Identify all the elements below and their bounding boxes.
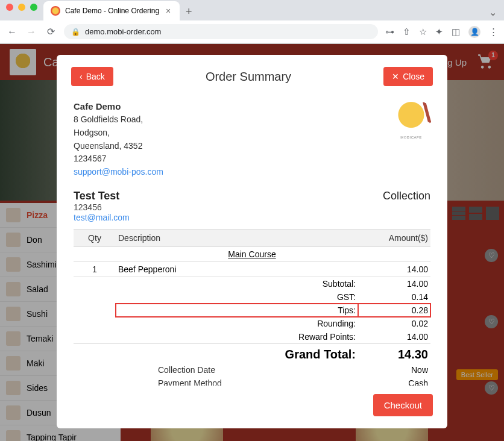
reward-label: Reward Points: xyxy=(116,330,358,344)
customer-info: Test Test 123456 test@mail.com xyxy=(74,190,130,223)
hdr-amt: Amount($) xyxy=(358,229,430,246)
table-header-row: Qty Description Amount($) xyxy=(74,229,430,246)
hdr-qty: Qty xyxy=(74,229,116,246)
tabs-dropdown-icon[interactable]: ⌄ xyxy=(482,4,504,20)
grand-value: 14.30 xyxy=(358,343,430,363)
close-button[interactable]: ✕ Close xyxy=(383,67,433,86)
page: Ca ng Up 1 PizzaDonSashimiSaladSushiTema… xyxy=(0,44,504,441)
tips-label: Tips: xyxy=(116,304,358,317)
gst-label: GST: xyxy=(116,290,358,304)
collection-date-value: Now xyxy=(358,363,430,377)
key-icon[interactable]: ⊶ xyxy=(385,27,394,37)
grand-label: Grand Total: xyxy=(116,343,358,363)
toolbar-icons: ⊶ ⇧ ☆ ✦ ◫ 👤 ⋮ xyxy=(385,26,498,38)
vendor-info: Cafe Demo 8 Goldfields Road, Hodgson, Qu… xyxy=(74,99,163,179)
line-item-row: 1 Beef Pepperoni 14.00 xyxy=(74,261,430,277)
browser-chrome: Cafe Demo - Online Ordering × + ⌄ ← → ⟳ … xyxy=(0,0,504,44)
browser-tab[interactable]: Cafe Demo - Online Ordering × xyxy=(43,1,180,20)
collection-date-row: Collection Date Now xyxy=(74,363,430,377)
window-minimize[interactable] xyxy=(18,4,25,11)
order-summary-modal: ‹ Back Order Summary ✕ Close Cafe Demo 8… xyxy=(57,55,447,428)
subtotal-value: 14.00 xyxy=(358,277,430,290)
summary-body: Cafe Demo 8 Goldfields Road, Hodgson, Qu… xyxy=(71,93,433,386)
close-label: Close xyxy=(403,72,424,81)
close-icon: ✕ xyxy=(392,72,399,81)
gst-row: GST: 0.14 xyxy=(74,290,430,304)
nav-reload-icon[interactable]: ⟳ xyxy=(45,26,57,38)
tab-close-icon[interactable]: × xyxy=(164,7,172,15)
rounding-value: 0.02 xyxy=(358,317,430,330)
course-row: Main Course xyxy=(74,246,430,261)
nav-back-icon[interactable]: ← xyxy=(6,26,18,38)
modal-title: Order Summary xyxy=(206,70,291,84)
vendor-addr3: Queensland, 4352 xyxy=(74,140,163,153)
payment-method-label: Payment Method xyxy=(74,377,358,386)
item-amt: 14.00 xyxy=(358,261,430,277)
payment-method-value: Cash xyxy=(358,377,430,386)
gst-value: 0.14 xyxy=(358,290,430,304)
customer-block: Test Test 123456 test@mail.com Collectio… xyxy=(74,190,430,223)
lock-icon: 🔒 xyxy=(71,28,80,36)
window-maximize[interactable] xyxy=(30,4,37,11)
modal-footer: Checkout xyxy=(71,394,433,416)
vendor-logo xyxy=(392,99,430,138)
menu-icon[interactable]: ⋮ xyxy=(489,27,498,37)
tab-title: Cafe Demo - Online Ordering xyxy=(65,7,159,15)
customer-phone: 123456 xyxy=(74,202,130,212)
chevron-left-icon: ‹ xyxy=(80,72,83,81)
vendor-addr2: Hodgson, xyxy=(74,127,163,140)
rounding-label: Rounding: xyxy=(116,317,358,330)
vendor-phone: 1234567 xyxy=(74,152,163,166)
reward-row: Reward Points: 14.00 xyxy=(74,330,430,344)
new-tab-button[interactable]: + xyxy=(180,3,198,20)
nav-forward-icon: → xyxy=(25,26,37,38)
vendor-addr1: 8 Goldfields Road, xyxy=(74,113,163,127)
item-qty: 1 xyxy=(74,261,116,277)
browser-toolbar: ← → ⟳ 🔒 demo.mobi-order.com ⊶ ⇧ ☆ ✦ ◫ 👤 … xyxy=(0,20,504,43)
rounding-row: Rounding: 0.02 xyxy=(74,317,430,330)
vendor-name: Cafe Demo xyxy=(74,99,163,113)
vendor-email-link[interactable]: support@mobi-pos.com xyxy=(74,167,163,177)
window-close[interactable] xyxy=(6,4,13,11)
collection-date-label: Collection Date xyxy=(74,363,358,377)
url-text: demo.mobi-order.com xyxy=(85,27,161,36)
bookmark-icon[interactable]: ☆ xyxy=(419,27,427,37)
subtotal-label: Subtotal: xyxy=(116,277,358,290)
order-type: Collection xyxy=(383,190,430,202)
vendor-block: Cafe Demo 8 Goldfields Road, Hodgson, Qu… xyxy=(74,99,430,179)
reward-value: 14.00 xyxy=(358,330,430,344)
tab-favicon xyxy=(51,6,60,16)
address-bar[interactable]: 🔒 demo.mobi-order.com xyxy=(64,24,378,39)
order-table: Qty Description Amount($) Main Course 1 … xyxy=(74,229,430,386)
profile-avatar-icon[interactable]: 👤 xyxy=(468,26,480,38)
tips-row: Tips: 0.28 xyxy=(74,304,430,317)
item-desc: Beef Pepperoni xyxy=(116,261,358,277)
grand-total-row: Grand Total: 14.30 xyxy=(74,343,430,363)
extensions-icon[interactable]: ✦ xyxy=(435,27,443,37)
panel-icon[interactable]: ◫ xyxy=(452,27,460,37)
back-button[interactable]: ‹ Back xyxy=(71,67,113,86)
tips-value: 0.28 xyxy=(358,304,430,317)
modal-header: ‹ Back Order Summary ✕ Close xyxy=(71,67,433,86)
course-header: Main Course xyxy=(74,246,430,261)
hdr-desc: Description xyxy=(116,229,358,246)
chopsticks-icon xyxy=(414,100,433,125)
share-icon[interactable]: ⇧ xyxy=(403,27,411,37)
modal-overlay: ‹ Back Order Summary ✕ Close Cafe Demo 8… xyxy=(0,44,504,441)
payment-method-row: Payment Method Cash xyxy=(74,377,430,386)
customer-name: Test Test xyxy=(74,190,130,202)
customer-email-link[interactable]: test@mail.com xyxy=(74,213,130,222)
tab-bar: Cafe Demo - Online Ordering × + ⌄ xyxy=(0,1,504,20)
back-label: Back xyxy=(86,72,105,81)
checkout-button[interactable]: Checkout xyxy=(373,394,433,416)
subtotal-row: Subtotal: 14.00 xyxy=(74,277,430,290)
